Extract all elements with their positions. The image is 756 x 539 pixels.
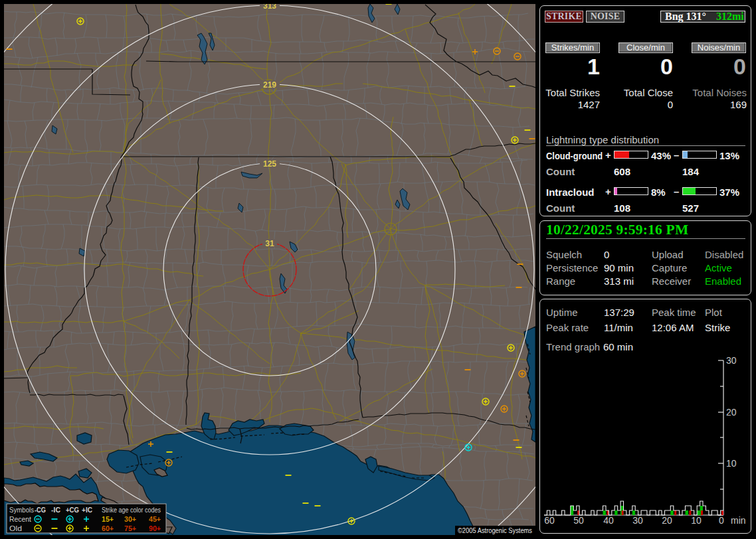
svg-text:Recent: Recent	[9, 515, 32, 523]
svg-text:Strike age color codes: Strike age color codes	[102, 506, 161, 514]
svg-text:20: 20	[662, 515, 672, 526]
svg-text:0: 0	[719, 515, 724, 526]
svg-text:©2005 Astrogenic Systems: ©2005 Astrogenic Systems	[458, 526, 532, 534]
svg-text:30+: 30+	[124, 515, 136, 523]
svg-text:219: 219	[263, 80, 276, 90]
svg-text:-CG: -CG	[35, 506, 46, 514]
svg-text:15+: 15+	[102, 515, 114, 523]
svg-text:60: 60	[544, 515, 555, 526]
svg-text:Symbols: Symbols	[9, 506, 34, 514]
svg-text:45+: 45+	[149, 515, 161, 523]
svg-text:60+: 60+	[102, 524, 114, 532]
svg-text:313: 313	[263, 4, 276, 11]
svg-text:+IC: +IC	[82, 506, 92, 514]
svg-text:10: 10	[726, 458, 737, 469]
svg-text:20: 20	[726, 407, 737, 418]
svg-text:75+: 75+	[124, 524, 136, 532]
svg-text:90+: 90+	[149, 524, 161, 532]
svg-text:40: 40	[603, 515, 614, 526]
svg-text:10: 10	[691, 515, 702, 526]
svg-text:30: 30	[632, 515, 643, 526]
svg-text:-IC: -IC	[51, 506, 60, 514]
svg-text:+CG: +CG	[66, 506, 79, 514]
svg-text:30: 30	[726, 355, 737, 366]
svg-text:50: 50	[573, 515, 584, 526]
svg-text:125: 125	[263, 159, 276, 169]
svg-text:min: min	[731, 515, 746, 526]
svg-text:Old: Old	[9, 524, 22, 532]
svg-text:31: 31	[265, 239, 274, 248]
